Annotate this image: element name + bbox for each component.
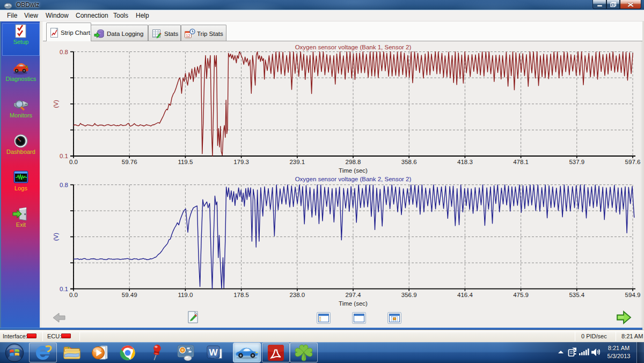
svg-text:535.4: 535.4 <box>569 292 584 298</box>
svg-text:239.1: 239.1 <box>289 159 305 165</box>
svg-text:298.8: 298.8 <box>346 159 361 165</box>
svg-text:119.0: 119.0 <box>178 292 193 298</box>
svg-text:475.9: 475.9 <box>513 292 529 298</box>
svg-text:W: W <box>209 347 218 358</box>
svg-text:356.9: 356.9 <box>401 292 417 298</box>
svg-text:12: 12 <box>186 34 191 38</box>
svg-text:0.8: 0.8 <box>60 49 68 55</box>
svg-text:0.1: 0.1 <box>60 153 68 159</box>
svg-text:59.76: 59.76 <box>122 159 137 165</box>
svg-text:358.6: 358.6 <box>401 159 417 165</box>
svg-text:59.49: 59.49 <box>122 292 137 298</box>
svg-text:537.9: 537.9 <box>569 159 584 165</box>
svg-text:Time (sec): Time (sec) <box>339 167 368 174</box>
svg-text:(V): (V) <box>53 233 59 241</box>
svg-text:418.3: 418.3 <box>457 159 473 165</box>
svg-text:416.4: 416.4 <box>457 292 473 298</box>
svg-text:0.8: 0.8 <box>60 182 68 188</box>
svg-text:0.1: 0.1 <box>60 286 68 292</box>
svg-text:Oxygen sensor voltage (Bank 2,: Oxygen sensor voltage (Bank 2, Sensor 2) <box>295 176 412 182</box>
svg-text:179.3: 179.3 <box>233 159 249 165</box>
svg-text:178.5: 178.5 <box>233 292 249 298</box>
svg-text:(V): (V) <box>53 100 59 108</box>
svg-text:478.1: 478.1 <box>513 159 529 165</box>
svg-text:597.6: 597.6 <box>625 159 641 165</box>
svg-text:238.0: 238.0 <box>289 292 305 298</box>
svg-text:119.5: 119.5 <box>178 159 193 165</box>
svg-text:Oxygen sensor voltage (Bank 1,: Oxygen sensor voltage (Bank 1, Sensor 2) <box>295 44 412 50</box>
svg-text:594.9: 594.9 <box>625 292 641 298</box>
svg-text:0.0: 0.0 <box>69 159 78 165</box>
svg-text:297.4: 297.4 <box>346 292 361 298</box>
svg-text:Time (sec): Time (sec) <box>339 300 368 307</box>
svg-text:0.0: 0.0 <box>69 292 78 298</box>
